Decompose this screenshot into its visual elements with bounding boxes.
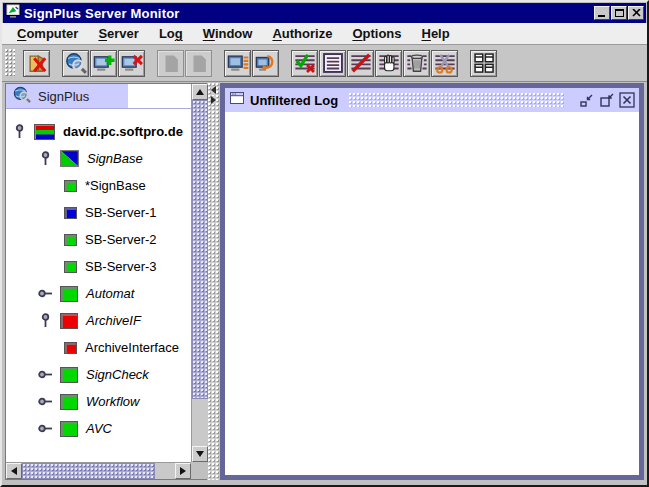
scroll-right-button[interactable] xyxy=(175,463,191,479)
tree-node-archiveinterface[interactable]: ArchiveInterface xyxy=(6,334,191,361)
exit-button[interactable] xyxy=(23,50,50,77)
computer-refresh-button[interactable] xyxy=(252,50,279,77)
window-title: SignPlus Server Monitor xyxy=(24,6,590,21)
minimize-button[interactable] xyxy=(594,6,610,20)
tree-node-signcheck[interactable]: SignCheck xyxy=(6,361,191,388)
tree-toggle-collapsed-icon[interactable] xyxy=(37,369,53,380)
tree-node-sb-server-3[interactable]: SB-Server-3 xyxy=(6,253,191,280)
log-filter-button[interactable] xyxy=(291,50,318,77)
menu-window[interactable]: Window xyxy=(193,24,263,43)
horizontal-scrollbar-thumb[interactable] xyxy=(22,463,155,479)
application-window: SignPlus Server Monitor ComputerServerLo… xyxy=(0,0,649,487)
application-icon xyxy=(5,3,21,23)
tree-toggle-collapsed-icon[interactable] xyxy=(37,288,53,299)
scroll-down-button[interactable] xyxy=(192,446,208,462)
close-icon xyxy=(632,9,641,17)
tree-node-avc[interactable]: AVC xyxy=(6,415,191,442)
window-titlebar[interactable]: SignPlus Server Monitor xyxy=(3,3,646,23)
collapse-right-icon[interactable] xyxy=(211,96,216,104)
tree-toggle-collapsed-icon[interactable] xyxy=(37,423,53,434)
frame-maximize-icon xyxy=(599,92,615,108)
tree-horizontal-scrollbar[interactable] xyxy=(6,462,191,479)
green-blue-diagonal-icon xyxy=(60,150,79,167)
menu-authorize[interactable]: Authorize xyxy=(262,24,342,43)
split-pane-divider[interactable] xyxy=(208,83,219,480)
find-computer-button[interactable] xyxy=(62,50,89,77)
tile-windows-button[interactable] xyxy=(470,50,497,77)
tree-node-automat[interactable]: Automat xyxy=(6,280,191,307)
log-frame-icon xyxy=(229,90,245,110)
tree-node-sb-server-2[interactable]: SB-Server-2 xyxy=(6,226,191,253)
server-stop-button xyxy=(185,50,212,77)
tree-node-label: *SignBase xyxy=(85,178,146,193)
frame-iconify-icon xyxy=(579,92,595,108)
red-square-icon xyxy=(64,342,77,354)
tree-header-label: SignPlus xyxy=(38,89,89,104)
menu-computer[interactable]: Computer xyxy=(7,24,88,43)
tree-node-label: AVC xyxy=(86,421,112,436)
log-cut-button[interactable] xyxy=(431,50,458,77)
frame-close-button[interactable] xyxy=(618,92,635,109)
tree-node-label: SB-Server-2 xyxy=(85,232,157,247)
maximize-button[interactable] xyxy=(611,6,627,20)
rgb-stripes-icon xyxy=(34,124,55,140)
frame-iconify-button[interactable] xyxy=(578,92,595,109)
tree-node-label: SignCheck xyxy=(86,367,149,382)
tile-windows-icon xyxy=(473,52,495,74)
menu-log[interactable]: Log xyxy=(149,24,193,43)
tree-node-label: ArchiveIF xyxy=(86,313,141,328)
add-computer-button[interactable] xyxy=(90,50,117,77)
log-frame-titlebar[interactable]: Unfiltered Log xyxy=(225,88,639,112)
remove-computer-icon xyxy=(121,52,143,74)
horizontal-scrollbar-track[interactable] xyxy=(155,463,175,479)
tree-node-signbase[interactable]: *SignBase xyxy=(6,172,191,199)
log-cut-icon xyxy=(434,52,456,74)
tree-node-label: Workflow xyxy=(86,394,139,409)
tree-vertical-scrollbar[interactable] xyxy=(191,84,208,462)
menu-help[interactable]: Help xyxy=(412,24,460,43)
tree-toggle-expanded-icon[interactable] xyxy=(11,124,27,139)
close-button[interactable] xyxy=(628,6,644,20)
tree-header: SignPlus xyxy=(6,84,191,109)
vertical-scrollbar-thumb[interactable] xyxy=(192,100,208,399)
tree-node-workflow[interactable]: Workflow xyxy=(6,388,191,415)
menu-server[interactable]: Server xyxy=(88,24,148,43)
scroll-up-button[interactable] xyxy=(192,84,208,100)
tree-toggle-expanded-icon[interactable] xyxy=(37,313,53,328)
log-delete-button[interactable] xyxy=(403,50,430,77)
log-slash-icon xyxy=(350,52,372,74)
computer-log-icon xyxy=(227,52,249,74)
search-globe-icon xyxy=(12,85,32,107)
scrollbar-corner xyxy=(191,462,208,479)
server-tree-panel: SignPlus david.pc.softpro.deSignBase*Sig… xyxy=(5,83,207,480)
collapse-left-icon[interactable] xyxy=(211,86,216,94)
menu-options[interactable]: Options xyxy=(342,24,411,43)
remove-computer-button[interactable] xyxy=(118,50,145,77)
tree-node-sb-server-1[interactable]: SB-Server-1 xyxy=(6,199,191,226)
log-view-button[interactable] xyxy=(319,50,346,77)
log-clear-button[interactable] xyxy=(347,50,374,77)
tree-node-archiveif[interactable]: ArchiveIF xyxy=(6,307,191,334)
vertical-scrollbar-track[interactable] xyxy=(192,399,208,446)
tree-node-label: david.pc.softpro.de xyxy=(63,124,183,139)
add-computer-icon xyxy=(93,52,115,74)
toolbar-drag-handle[interactable] xyxy=(5,49,15,77)
toolbar xyxy=(2,45,647,82)
computer-refresh-icon xyxy=(255,52,277,74)
tree-node-label: Automat xyxy=(86,286,134,301)
scroll-left-button[interactable] xyxy=(6,463,22,479)
tree-node-david-pc-softpro-de[interactable]: david.pc.softpro.de xyxy=(6,118,191,145)
tree-toggle-expanded-icon[interactable] xyxy=(37,151,53,166)
computer-log-button[interactable] xyxy=(224,50,251,77)
tree-node-label: SB-Server-1 xyxy=(85,205,157,220)
green-square-icon xyxy=(64,234,77,246)
tree-toggle-collapsed-icon[interactable] xyxy=(37,396,53,407)
frame-maximize-button[interactable] xyxy=(598,92,615,109)
log-frame-content[interactable] xyxy=(225,112,639,475)
menu-bar: ComputerServerLogWindowAuthorizeOptionsH… xyxy=(2,23,647,45)
tree-area: SignPlus david.pc.softpro.deSignBase*Sig… xyxy=(6,84,191,462)
log-suspend-button[interactable] xyxy=(375,50,402,77)
frame-close-icon xyxy=(619,92,635,108)
tree-header-tab[interactable]: SignPlus xyxy=(6,84,128,108)
tree-node-signbase[interactable]: SignBase xyxy=(6,145,191,172)
